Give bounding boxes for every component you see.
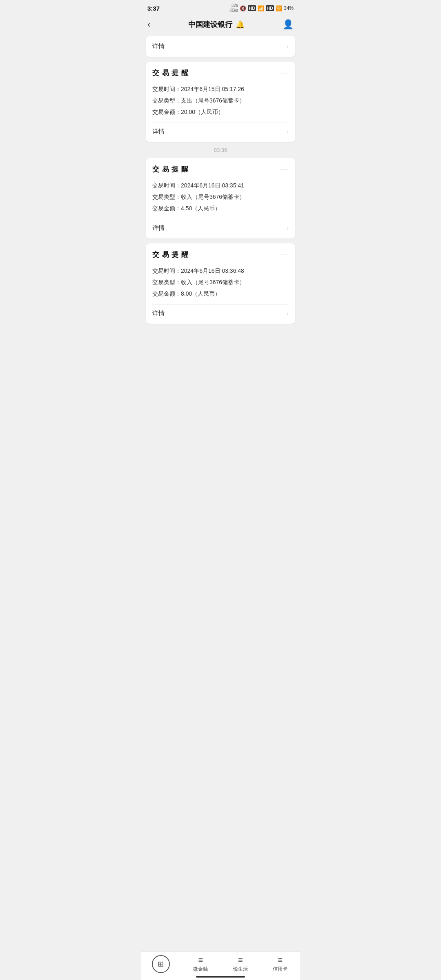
card-header-1: 交 易 提 醒 ···: [152, 68, 289, 78]
header: ‹ 中国建设银行 🔔 👤: [141, 15, 300, 36]
card-divider-3: [152, 304, 289, 305]
card-info-3: 交易时间：2024年6月16日 03:36:48 交易类型：收入（尾号3676储…: [152, 265, 289, 299]
card-menu-1[interactable]: ···: [280, 69, 289, 77]
tx1-type: 交易类型：支出（尾号3676储蓄卡）: [152, 95, 289, 106]
detail-text-1: 详情: [152, 128, 165, 136]
detail-arrow-3: ›: [287, 310, 289, 317]
card-divider-1: [152, 122, 289, 123]
tx3-time: 交易时间：2024年6月16日 03:36:48: [152, 265, 289, 276]
tx3-amount: 交易金额：8.00（人民币）: [152, 288, 289, 299]
tx2-time: 交易时间：2024年6月16日 03:35:41: [152, 180, 289, 191]
detail-only-card-top[interactable]: 详情 ›: [146, 36, 295, 57]
card-title-3: 交 易 提 醒: [152, 250, 189, 259]
tx2-type: 交易类型：收入（尾号3676储蓄卡）: [152, 191, 289, 203]
tx3-type: 交易类型：收入（尾号3676储蓄卡）: [152, 276, 289, 288]
notification-bell-icon[interactable]: 🔔: [236, 20, 245, 29]
detail-link-1[interactable]: 详情 ›: [152, 128, 289, 136]
card-info-2: 交易时间：2024年6月16日 03:35:41 交易类型：收入（尾号3676储…: [152, 180, 289, 214]
tx1-time: 交易时间：2024年6月15日 05:17:26: [152, 83, 289, 95]
transaction-card-1: 交 易 提 醒 ··· 交易时间：2024年6月15日 05:17:26 交易类…: [146, 62, 295, 142]
header-center: 中国建设银行 🔔: [188, 20, 245, 29]
detail-link-3[interactable]: 详情 ›: [152, 310, 289, 317]
time-divider: 03:36: [146, 147, 295, 153]
card-divider-2: [152, 219, 289, 219]
signal-mute-icon: 🔇: [240, 5, 246, 11]
signal-bar-icon: 📶: [258, 5, 264, 11]
signal-hd-icon1: HD: [248, 5, 256, 11]
status-icons: 326 KB/s 🔇 HD 📶 HD 🛜 34%: [229, 3, 294, 13]
status-bar: 3:37 326 KB/s 🔇 HD 📶 HD 🛜 34%: [141, 0, 300, 15]
detail-arrow-top: ›: [287, 43, 289, 50]
signal-hd-icon2: HD: [266, 5, 274, 11]
page-title: 中国建设银行: [188, 20, 232, 29]
back-button[interactable]: ‹: [147, 19, 150, 30]
detail-text-3: 详情: [152, 310, 165, 317]
transaction-card-3: 交 易 提 醒 ··· 交易时间：2024年6月16日 03:36:48 交易类…: [146, 243, 295, 324]
detail-arrow-1: ›: [287, 128, 289, 136]
scroll-content: 详情 › 交 易 提 醒 ··· 交易时间：2024年6月15日 05:17:2…: [141, 36, 300, 361]
card-info-1: 交易时间：2024年6月15日 05:17:26 交易类型：支出（尾号3676储…: [152, 83, 289, 118]
detail-label-top: 详情: [152, 42, 165, 50]
tx2-amount: 交易金额：4.50（人民币）: [152, 203, 289, 214]
detail-link-2[interactable]: 详情 ›: [152, 224, 289, 232]
battery-icon: 34%: [284, 5, 294, 11]
card-title-2: 交 易 提 醒: [152, 165, 189, 174]
detail-text-2: 详情: [152, 224, 165, 232]
network-speed: 326 KB/s: [229, 3, 238, 13]
status-time: 3:37: [147, 5, 160, 12]
transaction-card-2: 交 易 提 醒 ··· 交易时间：2024年6月16日 03:35:41 交易类…: [146, 158, 295, 238]
card-menu-2[interactable]: ···: [280, 165, 289, 174]
card-menu-3[interactable]: ···: [280, 250, 289, 259]
card-header-2: 交 易 提 醒 ···: [152, 165, 289, 174]
card-header-3: 交 易 提 醒 ···: [152, 250, 289, 259]
user-profile-icon[interactable]: 👤: [283, 19, 294, 30]
card-title-1: 交 易 提 醒: [152, 68, 189, 78]
tx1-amount: 交易金额：20.00（人民币）: [152, 106, 289, 118]
wifi-icon: 🛜: [276, 5, 282, 11]
detail-arrow-2: ›: [287, 225, 289, 232]
